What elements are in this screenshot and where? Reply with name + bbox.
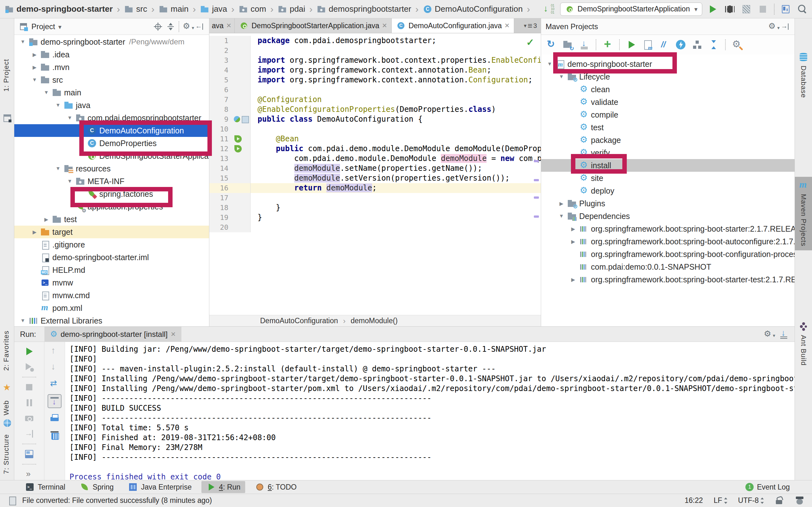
breadcrumb-class[interactable]: DemoAutoConfiguration — [260, 317, 338, 325]
print-icon[interactable] — [49, 413, 60, 424]
expand-arrow-icon[interactable] — [556, 201, 567, 207]
generate-sources-icon[interactable] — [563, 40, 573, 50]
line-separator-select[interactable]: LF — [714, 496, 727, 505]
cursor-position[interactable]: 16:22 — [684, 496, 703, 505]
hector-inspections-icon[interactable] — [795, 496, 804, 505]
gear-icon[interactable] — [183, 22, 192, 32]
expand-arrow-icon[interactable] — [544, 61, 555, 67]
clear-console-icon[interactable] — [49, 429, 60, 441]
expand-arrow-icon[interactable] — [41, 90, 52, 95]
code-line[interactable]: 6 — [209, 85, 541, 95]
tree-row[interactable]: clean — [541, 83, 795, 96]
add-maven-project-icon[interactable] — [603, 40, 613, 50]
code-line[interactable]: 12 public com.pdai.demo.module.DemoModul… — [209, 144, 541, 154]
code-line[interactable]: 15 demoModule.setVersion(properties.getV… — [209, 173, 541, 183]
soft-wrap-icon[interactable] — [49, 378, 60, 389]
skip-tests-icon[interactable] — [659, 40, 669, 50]
tree-row[interactable]: target — [14, 226, 209, 238]
restore-layout-icon[interactable] — [23, 448, 35, 460]
expand-arrow-icon[interactable] — [29, 52, 40, 58]
run-button[interactable] — [708, 3, 719, 15]
stop-button[interactable] — [757, 3, 768, 15]
tree-row[interactable]: org.springframework.boot:spring-boot-aut… — [541, 235, 795, 248]
collapse-all-icon[interactable] — [166, 22, 175, 32]
expand-arrow-icon[interactable] — [53, 166, 63, 171]
code-line[interactable]: 20 — [209, 222, 541, 232]
exit-icon[interactable] — [23, 428, 35, 440]
coverage-button[interactable] — [741, 3, 752, 15]
tree-row[interactable]: demo-springboot-starter — [541, 58, 795, 70]
project-stripe-icon[interactable] — [3, 113, 12, 123]
breadcrumb-item[interactable]: java — [200, 4, 239, 14]
code-line[interactable]: 3 import org.springframework.boot.contex… — [209, 55, 541, 65]
pause-output-button[interactable] — [23, 397, 35, 408]
code-line[interactable]: 7 @Configuration — [209, 95, 541, 105]
tree-row[interactable]: DemoAutoConfiguration — [14, 124, 209, 137]
code-area[interactable]: 1 package com.pdai.demospringbootstarter… — [209, 33, 541, 232]
tool-window-button[interactable]: Java Enterprise — [123, 481, 196, 493]
hidden-tabs-button[interactable]: 3 — [520, 18, 541, 33]
collapse-all-icon[interactable] — [709, 40, 719, 50]
tree-row[interactable]: External Libraries — [14, 314, 209, 326]
tree-row[interactable]: org.springframework.boot:spring-boot-con… — [541, 248, 795, 261]
expand-arrow-icon[interactable] — [29, 77, 40, 83]
code-line[interactable]: 14 demoModule.setName(properties.getName… — [209, 164, 541, 173]
code-line[interactable]: 10 — [209, 124, 541, 134]
tree-row[interactable]: demo-springboot-starter.iml — [14, 251, 209, 264]
expand-arrow-icon[interactable] — [568, 226, 578, 232]
tool-windows-icon[interactable] — [780, 3, 791, 15]
tree-row[interactable]: test — [541, 121, 795, 134]
tree-row[interactable]: resources — [14, 162, 209, 175]
tree-row[interactable]: .gitignore — [14, 238, 209, 251]
code-line[interactable]: 5 import org.springframework.context.ann… — [209, 75, 541, 85]
run-tab[interactable]: demo-springboot-starter [install] — [44, 327, 182, 342]
sidebar-item-project[interactable]: 1: Project — [2, 59, 10, 92]
gear-icon[interactable] — [763, 330, 773, 339]
expand-arrow-icon[interactable] — [29, 64, 40, 70]
globe-icon[interactable] — [3, 418, 12, 428]
tree-row[interactable]: install — [541, 159, 795, 172]
sidebar-item-ant-build[interactable]: Ant Build — [795, 318, 812, 370]
tree-row[interactable]: src — [14, 73, 209, 86]
expand-arrow-icon[interactable] — [568, 239, 578, 245]
expand-arrow-icon[interactable] — [568, 277, 578, 283]
code-line[interactable]: 18 } — [209, 203, 541, 213]
editor-tab-partial[interactable]: ava — [209, 18, 235, 33]
show-dependencies-icon[interactable] — [692, 40, 702, 50]
code-line[interactable]: 13 com.pdai.demo.module.DemoModule demoM… — [209, 154, 541, 164]
expand-arrow-icon[interactable] — [556, 74, 567, 79]
breadcrumb-item[interactable]: main — [159, 4, 200, 14]
tree-row[interactable]: deploy — [541, 184, 795, 197]
tree-row[interactable]: Dependencies — [541, 210, 795, 222]
expand-arrow-icon[interactable] — [64, 178, 75, 184]
tree-row[interactable]: org.springframework.boot:spring-boot-sta… — [541, 273, 795, 286]
expand-arrow-icon[interactable] — [53, 102, 63, 108]
code-line[interactable]: 2 — [209, 46, 541, 55]
console-output[interactable]: [INFO] Building jar: /Peng/www/demo-spri… — [65, 342, 795, 480]
code-line[interactable]: 1 package com.pdai.demospringbootstarter… — [209, 36, 541, 46]
tree-row[interactable]: application.properties — [14, 200, 209, 213]
tree-row[interactable]: test — [14, 213, 209, 226]
event-log-button[interactable]: 1 Event Log — [745, 483, 790, 492]
rerun-failed-button[interactable] — [23, 361, 35, 373]
sidebar-item-database[interactable]: Database — [795, 49, 812, 102]
sidebar-item-favorites[interactable]: 2: Favorites — [2, 331, 10, 371]
code-line[interactable]: 4 import org.springframework.context.ann… — [209, 65, 541, 75]
encoding-select[interactable]: UTF-8 — [738, 496, 764, 505]
tree-row[interactable]: compile — [541, 108, 795, 121]
locate-file-icon[interactable] — [153, 22, 163, 32]
tree-row[interactable]: DemoSpringbootStarterApplication — [14, 150, 209, 162]
tree-row[interactable]: HELP.md — [14, 264, 209, 276]
sort-lines-icon[interactable] — [544, 3, 554, 15]
sidebar-item-maven-projects[interactable]: Maven Projects — [795, 177, 812, 250]
tree-row[interactable]: org.springframework.boot:spring-boot-sta… — [541, 222, 795, 235]
code-line[interactable]: 8 @EnableConfigurationProperties(DemoPro… — [209, 105, 541, 114]
debug-button[interactable] — [724, 3, 735, 15]
tree-row[interactable]: mvnw — [14, 276, 209, 289]
run-configuration-select[interactable]: DemoSpringbootStarterApplication — [560, 3, 702, 16]
reimport-maven-icon[interactable] — [546, 40, 556, 50]
tool-window-button[interactable]: Spring — [75, 481, 118, 493]
breadcrumb-method[interactable]: demoModule() — [351, 317, 397, 325]
more-actions-icon[interactable] — [23, 469, 35, 480]
star-icon[interactable] — [3, 383, 12, 393]
